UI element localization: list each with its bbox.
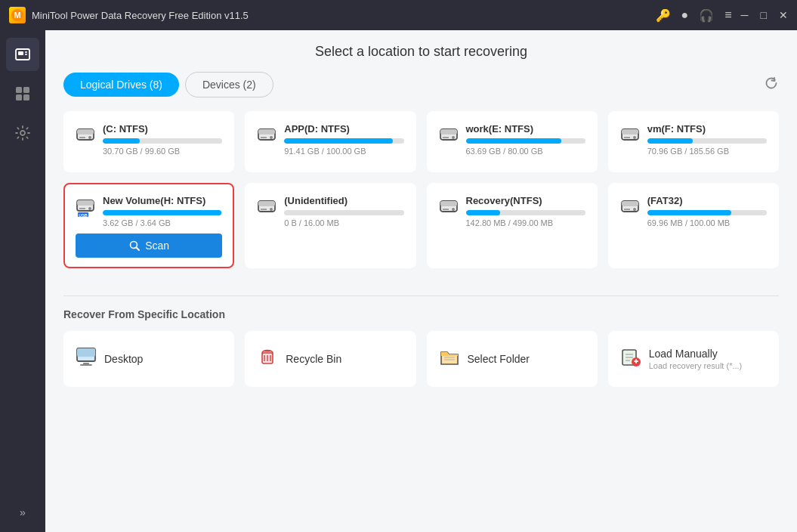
- drive-bar-fill-c: [103, 138, 140, 144]
- maximize-button[interactable]: □: [761, 9, 767, 21]
- svg-point-13: [88, 136, 91, 139]
- drive-name-e: work(E: NTFS): [466, 123, 585, 135]
- locations-grid: Desktop Recycle Bin: [63, 331, 779, 387]
- drive-bar-bg-e: [466, 138, 585, 144]
- usb-icon-h: USB: [76, 196, 95, 222]
- svg-rect-16: [258, 129, 275, 135]
- drive-card-fat32[interactable]: (FAT32) 69.96 MB / 100.00 MB: [608, 183, 779, 268]
- svg-point-41: [452, 208, 455, 211]
- svg-text:M: M: [14, 11, 20, 20]
- drive-header-c: (C: NTFS) 30.70 GB / 99.60 GB: [76, 123, 222, 156]
- sidebar-expand-button[interactable]: »: [14, 500, 32, 524]
- drive-header-e: work(E: NTFS) 63.69 GB / 80.00 GB: [439, 123, 585, 156]
- drive-bar-fill-e: [466, 138, 562, 144]
- drive-header-recovery: Recovery(NTFS) 142.80 MB / 499.00 MB: [439, 195, 585, 227]
- drive-size-fat32: 69.96 MB / 100.00 MB: [647, 218, 767, 227]
- app-title: MiniTool Power Data Recovery Free Editio…: [32, 10, 656, 21]
- location-card-desktop[interactable]: Desktop: [63, 331, 234, 387]
- desktop-label: Desktop: [104, 353, 143, 365]
- menu-icon[interactable]: ≡: [724, 8, 731, 22]
- drive-header-f: vm(F: NTFS) 70.96 GB / 185.56 GB: [620, 123, 767, 156]
- svg-rect-48: [77, 348, 95, 357]
- svg-point-10: [20, 131, 25, 135]
- drive-info-f: vm(F: NTFS) 70.96 GB / 185.56 GB: [647, 123, 767, 156]
- drive-size-recovery: 142.80 MB / 499.00 MB: [466, 218, 585, 227]
- scan-button[interactable]: Scan: [76, 234, 222, 258]
- desktop-icon: [76, 346, 97, 372]
- sidebar-item-recover[interactable]: [6, 38, 39, 71]
- drive-info-e: work(E: NTFS) 63.69 GB / 80.00 GB: [466, 123, 585, 156]
- svg-rect-3: [18, 51, 23, 55]
- sidebar-item-settings[interactable]: [6, 116, 39, 150]
- main-content: Select a location to start recovering Lo…: [45, 30, 797, 532]
- drive-size-d: 91.41 GB / 100.00 GB: [284, 147, 403, 156]
- load-icon: [620, 346, 641, 372]
- svg-line-34: [137, 248, 140, 251]
- drive-info-h: New Volume(H: NTFS) 3.62 GB / 3.64 GB: [103, 195, 222, 227]
- drive-card-d[interactable]: APP(D: NTFS) 91.41 GB / 100.00 GB: [245, 111, 415, 172]
- refresh-button[interactable]: [764, 76, 779, 94]
- drive-name-unidentified: (Unidentified): [284, 195, 403, 206]
- support-icon[interactable]: 🎧: [699, 8, 714, 23]
- svg-point-45: [633, 208, 636, 211]
- specific-section-title: Recover From Specific Location: [63, 308, 779, 320]
- drive-card-h[interactable]: USB New Volume(H: NTFS) 3.62 GB / 3.64 G…: [63, 183, 234, 268]
- location-card-manual[interactable]: Load Manually Load recovery result (*...…: [608, 331, 779, 387]
- titlebar-actions: 🔑 ● 🎧 ≡: [656, 8, 732, 23]
- svg-rect-9: [23, 94, 29, 101]
- drive-name-d: APP(D: NTFS): [284, 123, 403, 135]
- page-title: Select a location to start recovering: [63, 44, 779, 60]
- drive-name-h: New Volume(H: NTFS): [103, 195, 222, 206]
- drive-size-f: 70.96 GB / 185.56 GB: [647, 147, 767, 156]
- drive-card-e[interactable]: work(E: NTFS) 63.69 GB / 80.00 GB: [427, 111, 598, 172]
- drive-bar-fill-fat32: [647, 210, 731, 215]
- svg-rect-8: [16, 94, 22, 101]
- app-logo: M: [9, 7, 26, 23]
- drive-card-unidentified[interactable]: (Unidentified) 0 B / 16.00 MB: [245, 183, 415, 268]
- hdd-icon-c: [76, 125, 95, 149]
- sidebar-item-tools[interactable]: [6, 77, 39, 110]
- drive-bar-bg-d: [284, 138, 403, 144]
- drive-size-unidentified: 0 B / 16.00 MB: [284, 218, 403, 227]
- folder-icon: [439, 346, 460, 372]
- svg-rect-28: [77, 200, 94, 206]
- drive-bar-bg-c: [103, 138, 222, 144]
- drive-card-c[interactable]: (C: NTFS) 30.70 GB / 99.60 GB: [63, 111, 234, 172]
- drive-bar-fill-f: [647, 138, 693, 144]
- location-card-recycle[interactable]: Recycle Bin: [245, 331, 415, 387]
- drive-name-c: (C: NTFS): [103, 123, 222, 135]
- sidebar: »: [0, 30, 45, 532]
- drive-info-c: (C: NTFS) 30.70 GB / 99.60 GB: [103, 123, 222, 156]
- drive-info-unidentified: (Unidentified) 0 B / 16.00 MB: [284, 195, 403, 227]
- drive-bar-fill-recovery: [466, 210, 501, 215]
- hdd-icon-fat32: [620, 196, 640, 221]
- drive-name-fat32: (FAT32): [647, 195, 767, 206]
- drive-info-d: APP(D: NTFS) 91.41 GB / 100.00 GB: [284, 123, 403, 156]
- svg-rect-44: [622, 201, 638, 206]
- drive-name-recovery: Recovery(NTFS): [466, 195, 585, 206]
- tab-logical-drives[interactable]: Logical Drives (8): [63, 73, 179, 97]
- drive-header-h: USB New Volume(H: NTFS) 3.62 GB / 3.64 G…: [76, 195, 222, 227]
- drive-bar-bg-unidentified: [284, 210, 403, 215]
- hdd-icon-d: [257, 125, 276, 149]
- tab-bar: Logical Drives (8) Devices (2): [63, 72, 779, 97]
- drive-bar-fill-d: [284, 138, 393, 144]
- svg-point-21: [452, 136, 455, 139]
- key-icon[interactable]: 🔑: [656, 8, 671, 23]
- drive-card-f[interactable]: vm(F: NTFS) 70.96 GB / 185.56 GB: [608, 111, 779, 172]
- titlebar: M MiniTool Power Data Recovery Free Edit…: [0, 0, 797, 30]
- account-icon[interactable]: ●: [681, 8, 689, 22]
- tab-devices[interactable]: Devices (2): [185, 72, 273, 97]
- app-body: » Select a location to start recovering …: [0, 30, 797, 532]
- hdd-icon-unidentified: [257, 196, 276, 221]
- svg-rect-36: [258, 201, 275, 206]
- folder-label: Select Folder: [468, 353, 530, 365]
- drive-header-unidentified: (Unidentified) 0 B / 16.00 MB: [257, 195, 403, 227]
- drive-card-recovery[interactable]: Recovery(NTFS) 142.80 MB / 499.00 MB: [427, 183, 598, 268]
- drive-name-f: vm(F: NTFS): [647, 123, 767, 135]
- hdd-icon-recovery: [439, 196, 459, 221]
- location-card-folder[interactable]: Select Folder: [427, 331, 598, 387]
- recycle-label: Recycle Bin: [286, 353, 341, 365]
- minimize-button[interactable]: ─: [741, 9, 749, 21]
- close-button[interactable]: ✕: [779, 9, 788, 21]
